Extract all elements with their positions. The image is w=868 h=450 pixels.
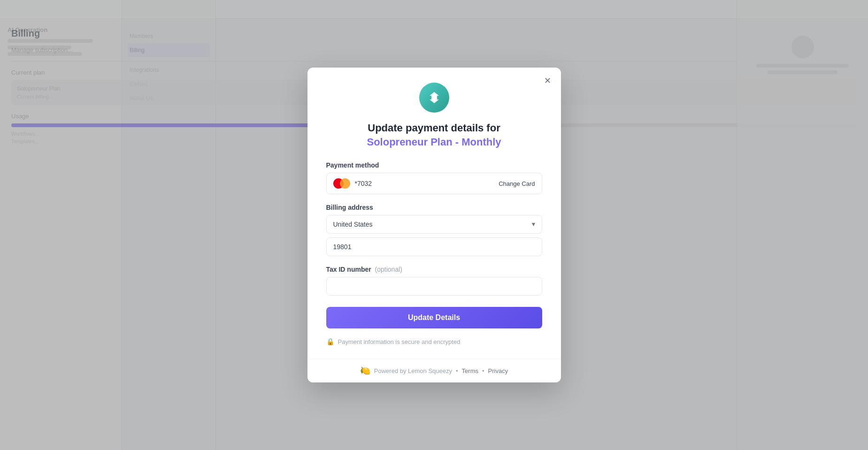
- lemon-squeezy-icon: 🍋: [360, 366, 370, 376]
- tax-id-label: Tax ID number (optional): [326, 266, 542, 273]
- payment-method-section: Payment method *7032 Change Card Billing…: [326, 161, 542, 345]
- footer-dot-1: •: [456, 367, 458, 374]
- payment-modal: ✕ Update payment details for Solopreneur…: [307, 68, 561, 382]
- payment-method-row: *7032 Change Card: [326, 173, 542, 194]
- card-number: *7032: [355, 180, 372, 187]
- change-card-button[interactable]: Change Card: [499, 180, 535, 187]
- security-note: 🔒 Payment information is secure and encr…: [326, 338, 542, 345]
- card-info: *7032: [333, 178, 372, 189]
- close-icon: ✕: [544, 76, 551, 86]
- tax-id-input[interactable]: [326, 277, 542, 296]
- footer-dot-2: •: [482, 367, 484, 374]
- brand-logo: [419, 83, 449, 113]
- terms-link[interactable]: Terms: [462, 367, 478, 374]
- tax-id-section: Tax ID number (optional): [326, 266, 542, 296]
- modal-title-plan: Solopreneur Plan - Monthly: [367, 136, 501, 148]
- update-details-button[interactable]: Update Details: [326, 307, 542, 328]
- privacy-link[interactable]: Privacy: [488, 367, 508, 374]
- zip-input[interactable]: [326, 237, 542, 256]
- modal-footer: 🍋 Powered by Lemon Squeezy • Terms • Pri…: [307, 358, 561, 382]
- modal-title-line1: Update payment details for: [368, 122, 500, 134]
- lock-icon: 🔒: [326, 338, 334, 345]
- billing-address-label: Billing address: [326, 204, 542, 211]
- modal-body: Update payment details for Solopreneur P…: [307, 68, 561, 358]
- close-button[interactable]: ✕: [541, 74, 554, 87]
- modal-overlay: ✕ Update payment details for Solopreneur…: [0, 0, 868, 450]
- billing-address-section: Billing address United States Canada Uni…: [326, 204, 542, 256]
- country-select-wrapper: United States Canada United Kingdom Aust…: [326, 215, 542, 234]
- country-select[interactable]: United States Canada United Kingdom Aust…: [326, 215, 542, 234]
- powered-by-text: Powered by Lemon Squeezy: [374, 367, 452, 374]
- mastercard-icon: [333, 178, 350, 189]
- payment-method-label: Payment method: [326, 161, 542, 169]
